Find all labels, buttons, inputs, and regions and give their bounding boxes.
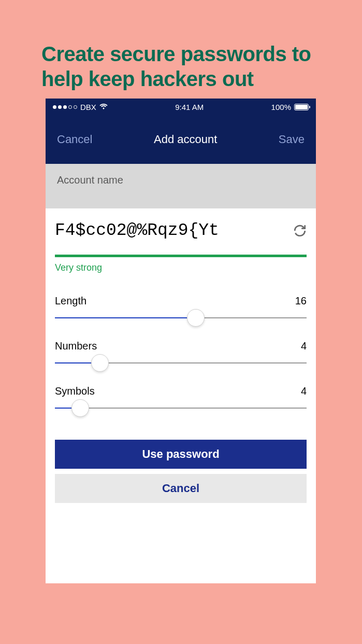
numbers-slider-group: Numbers 4 <box>55 340 307 363</box>
nav-bar: Cancel Add account Save <box>46 115 316 164</box>
length-value: 16 <box>295 295 307 307</box>
generated-password: F4$cc02@%Rqz9{Yt <box>55 221 219 240</box>
password-generator-panel: F4$cc02@%Rqz9{Yt Very strong Length 16 N… <box>46 208 316 521</box>
strength-label: Very strong <box>55 262 307 273</box>
strength-bar <box>55 255 307 257</box>
marketing-headline: Create secure passwords to help keep hac… <box>41 41 321 91</box>
phone-frame: DBX 9:41 AM 100% Cancel Add account Save… <box>46 99 316 583</box>
length-slider[interactable] <box>55 317 307 318</box>
numbers-slider[interactable] <box>55 362 307 363</box>
page-title: Add account <box>154 133 217 146</box>
cancel-button[interactable]: Cancel <box>57 133 92 146</box>
account-name-label: Account name <box>46 164 316 208</box>
wifi-icon <box>99 104 108 110</box>
battery-percent: 100% <box>271 103 291 111</box>
battery-icon <box>294 104 309 110</box>
numbers-value: 4 <box>301 340 307 352</box>
generator-cancel-button[interactable]: Cancel <box>55 474 307 503</box>
length-slider-group: Length 16 <box>55 295 307 318</box>
time-label: 9:41 AM <box>175 103 204 111</box>
use-password-button[interactable]: Use password <box>55 440 307 469</box>
numbers-label: Numbers <box>55 340 97 352</box>
save-button[interactable]: Save <box>279 133 305 146</box>
signal-dots-icon <box>53 105 77 109</box>
symbols-slider-group: Symbols 4 <box>55 385 307 409</box>
symbols-value: 4 <box>301 385 307 397</box>
carrier-label: DBX <box>80 103 96 111</box>
status-bar: DBX 9:41 AM 100% <box>46 99 316 115</box>
length-label: Length <box>55 295 86 307</box>
symbols-slider[interactable] <box>55 408 307 409</box>
symbols-label: Symbols <box>55 385 95 397</box>
refresh-icon[interactable] <box>293 224 307 237</box>
